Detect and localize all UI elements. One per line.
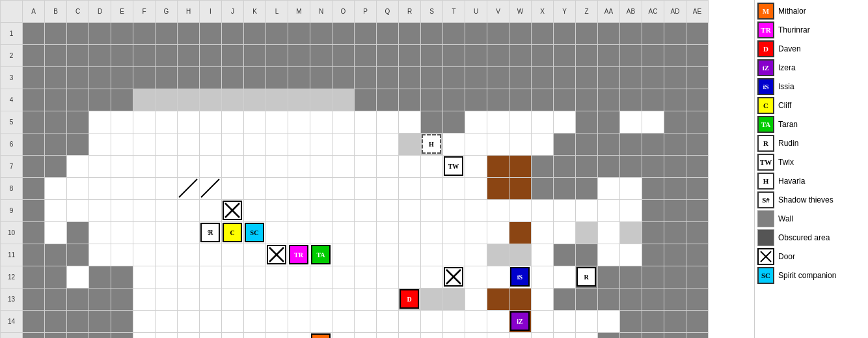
cell-13-AE[interactable] bbox=[686, 289, 709, 311]
cell-9-S[interactable] bbox=[421, 200, 443, 222]
cell-4-AC[interactable] bbox=[642, 89, 664, 111]
cell-5-Z[interactable] bbox=[576, 111, 598, 134]
cell-11-B[interactable] bbox=[45, 244, 67, 266]
cell-8-C[interactable] bbox=[67, 178, 89, 200]
cell-11-N[interactable]: TA bbox=[310, 244, 332, 266]
cell-14-K[interactable] bbox=[244, 311, 266, 333]
cell-6-E[interactable] bbox=[111, 134, 133, 156]
cell-7-L[interactable] bbox=[266, 156, 288, 178]
cell-10-E[interactable] bbox=[111, 222, 133, 244]
cell-7-B[interactable] bbox=[45, 156, 67, 178]
cell-4-K[interactable] bbox=[244, 89, 266, 111]
cell-9-H[interactable] bbox=[178, 200, 200, 222]
cell-11-M[interactable]: TR bbox=[288, 244, 310, 266]
cell-4-D[interactable] bbox=[89, 89, 111, 111]
cell-6-G[interactable] bbox=[156, 134, 178, 156]
cell-4-B[interactable] bbox=[45, 89, 67, 111]
cell-5-U[interactable] bbox=[465, 111, 487, 134]
cell-8-B[interactable] bbox=[45, 178, 67, 200]
cell-5-H[interactable] bbox=[178, 111, 200, 134]
cell-6-L[interactable] bbox=[266, 134, 288, 156]
cell-3-Y[interactable] bbox=[554, 67, 576, 89]
cell-5-L[interactable] bbox=[266, 111, 288, 134]
cell-12-AC[interactable] bbox=[642, 266, 664, 289]
cell-1-M[interactable] bbox=[288, 23, 310, 45]
cell-14-N[interactable] bbox=[310, 311, 332, 333]
cell-14-T[interactable] bbox=[443, 311, 465, 333]
cell-2-J[interactable] bbox=[222, 45, 244, 67]
cell-15-AB[interactable] bbox=[620, 333, 642, 339]
cell-8-Y[interactable] bbox=[554, 178, 576, 200]
cell-10-T[interactable] bbox=[443, 222, 465, 244]
cell-10-L[interactable] bbox=[266, 222, 288, 244]
cell-4-V[interactable] bbox=[487, 89, 509, 111]
cell-9-O[interactable] bbox=[332, 200, 355, 222]
cell-12-C[interactable] bbox=[67, 266, 89, 289]
cell-14-Q[interactable] bbox=[377, 311, 399, 333]
cell-9-AD[interactable] bbox=[664, 200, 686, 222]
cell-7-F[interactable] bbox=[133, 156, 156, 178]
cell-11-A[interactable] bbox=[23, 244, 45, 266]
cell-10-F[interactable] bbox=[133, 222, 156, 244]
cell-4-E[interactable] bbox=[111, 89, 133, 111]
cell-6-N[interactable] bbox=[310, 134, 332, 156]
cell-13-Q[interactable] bbox=[377, 289, 399, 311]
cell-12-J[interactable] bbox=[222, 266, 244, 289]
cell-6-I[interactable] bbox=[200, 134, 222, 156]
cell-14-AC[interactable] bbox=[642, 311, 664, 333]
cell-6-AD[interactable] bbox=[664, 134, 686, 156]
cell-2-V[interactable] bbox=[487, 45, 509, 67]
cell-8-P[interactable] bbox=[355, 178, 377, 200]
cell-8-G[interactable] bbox=[156, 178, 178, 200]
cell-13-N[interactable] bbox=[310, 289, 332, 311]
cell-7-N[interactable] bbox=[310, 156, 332, 178]
cell-2-O[interactable] bbox=[332, 45, 355, 67]
cell-14-Y[interactable] bbox=[554, 311, 576, 333]
cell-15-P[interactable] bbox=[355, 333, 377, 339]
cell-6-J[interactable] bbox=[222, 134, 244, 156]
cell-13-H[interactable] bbox=[178, 289, 200, 311]
cell-9-X[interactable] bbox=[532, 200, 554, 222]
cell-1-AE[interactable] bbox=[686, 23, 709, 45]
cell-14-M[interactable] bbox=[288, 311, 310, 333]
cell-8-E[interactable] bbox=[111, 178, 133, 200]
cell-14-AB[interactable] bbox=[620, 311, 642, 333]
cell-13-Y[interactable] bbox=[554, 289, 576, 311]
cell-13-P[interactable] bbox=[355, 289, 377, 311]
cell-9-U[interactable] bbox=[465, 200, 487, 222]
cell-7-S[interactable] bbox=[421, 156, 443, 178]
cell-3-G[interactable] bbox=[156, 67, 178, 89]
cell-13-V[interactable] bbox=[487, 289, 509, 311]
cell-9-F[interactable] bbox=[133, 200, 156, 222]
cell-5-D[interactable] bbox=[89, 111, 111, 134]
cell-8-AE[interactable] bbox=[686, 178, 709, 200]
cell-4-U[interactable] bbox=[465, 89, 487, 111]
cell-15-K[interactable] bbox=[244, 333, 266, 339]
cell-15-V[interactable] bbox=[487, 333, 509, 339]
cell-14-P[interactable] bbox=[355, 311, 377, 333]
cell-15-AA[interactable] bbox=[598, 333, 620, 339]
cell-5-S[interactable] bbox=[421, 111, 443, 134]
cell-1-D[interactable] bbox=[89, 23, 111, 45]
cell-5-K[interactable] bbox=[244, 111, 266, 134]
cell-8-H[interactable] bbox=[178, 178, 200, 200]
cell-14-H[interactable] bbox=[178, 311, 200, 333]
cell-8-AA[interactable] bbox=[598, 178, 620, 200]
cell-10-S[interactable] bbox=[421, 222, 443, 244]
cell-14-G[interactable] bbox=[156, 311, 178, 333]
cell-1-Z[interactable] bbox=[576, 23, 598, 45]
cell-15-S[interactable] bbox=[421, 333, 443, 339]
cell-2-L[interactable] bbox=[266, 45, 288, 67]
cell-4-W[interactable] bbox=[509, 89, 532, 111]
cell-2-P[interactable] bbox=[355, 45, 377, 67]
cell-15-Y[interactable] bbox=[554, 333, 576, 339]
cell-13-G[interactable] bbox=[156, 289, 178, 311]
cell-4-M[interactable] bbox=[288, 89, 310, 111]
cell-15-U[interactable] bbox=[465, 333, 487, 339]
cell-12-Y[interactable] bbox=[554, 266, 576, 289]
cell-3-AB[interactable] bbox=[620, 67, 642, 89]
cell-5-E[interactable] bbox=[111, 111, 133, 134]
cell-9-R[interactable] bbox=[399, 200, 421, 222]
cell-9-N[interactable] bbox=[310, 200, 332, 222]
cell-7-M[interactable] bbox=[288, 156, 310, 178]
